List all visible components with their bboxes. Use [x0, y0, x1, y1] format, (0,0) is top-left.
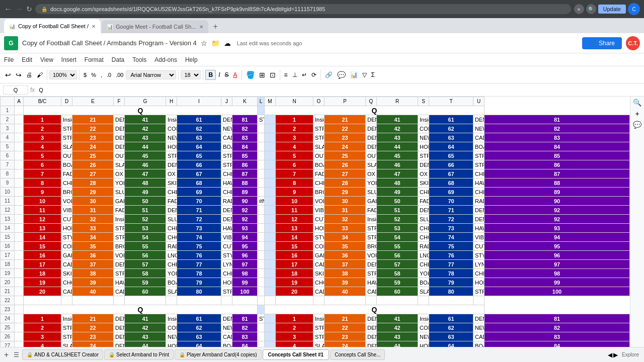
col-K[interactable]: K: [232, 97, 258, 106]
table-cell[interactable]: CADILLAC: [221, 332, 232, 341]
col-F[interactable]: F: [114, 97, 125, 106]
table-cell[interactable]: 72: [177, 215, 221, 224]
table-cell[interactable]: 74: [177, 233, 221, 242]
table-cell[interactable]: [265, 197, 276, 206]
table-cell[interactable]: 63: [177, 332, 221, 341]
table-cell[interactable]: DENALI 213: [114, 124, 125, 133]
col-D[interactable]: D: [61, 97, 72, 106]
table-cell[interactable]: [15, 278, 24, 287]
table-cell[interactable]: DENALI 231 JU: [366, 133, 377, 142]
table-cell[interactable]: [258, 242, 265, 251]
col-M[interactable]: M: [265, 97, 276, 106]
table-cell[interactable]: OX: [166, 169, 177, 178]
table-cell[interactable]: [258, 178, 265, 188]
table-cell[interactable]: 56: [377, 251, 418, 260]
table-cell[interactable]: [265, 151, 276, 160]
table-cell[interactable]: STRETCH (F): [61, 332, 72, 341]
col-A[interactable]: A: [15, 97, 24, 106]
undo-button[interactable]: ↩: [3, 70, 13, 80]
table-cell[interactable]: 44: [377, 142, 418, 151]
table-cell[interactable]: 84: [232, 142, 258, 151]
table-cell[interactable]: 4: [276, 341, 313, 347]
function-button[interactable]: Σ: [369, 70, 377, 79]
col-J[interactable]: J: [221, 97, 232, 106]
table-cell[interactable]: 2: [24, 124, 61, 133]
table-cell[interactable]: DENALI 231 JU: [114, 260, 125, 269]
table-cell[interactable]: [61, 296, 72, 305]
table-cell[interactable]: 29: [325, 188, 366, 197]
table-cell[interactable]: 53: [125, 224, 166, 233]
table-cell[interactable]: 14: [24, 233, 61, 242]
table-cell[interactable]: BOAT: [166, 278, 177, 287]
table-cell[interactable]: 68: [429, 178, 473, 188]
table-cell[interactable]: 92: [485, 215, 630, 224]
table-cell[interactable]: [276, 296, 313, 305]
table-cell[interactable]: DENALI 231 JU: [114, 133, 125, 142]
table-cell[interactable]: 97: [232, 260, 258, 269]
table-cell[interactable]: 30: [325, 197, 366, 206]
col-U[interactable]: U: [473, 97, 485, 106]
table-cell[interactable]: [473, 296, 485, 305]
table-cell[interactable]: GALAXY: [114, 197, 125, 206]
table-cell[interactable]: 92: [232, 206, 258, 215]
table-cell[interactable]: 68: [177, 178, 221, 188]
table-cell[interactable]: 28: [325, 178, 366, 188]
col-R[interactable]: R: [377, 97, 418, 106]
table-cell[interactable]: 22: [325, 323, 366, 332]
menu-addons[interactable]: Add-ons: [150, 55, 181, 65]
table-cell[interactable]: [258, 224, 265, 233]
table-cell[interactable]: CADILLAC: [313, 287, 325, 296]
table-cell[interactable]: 2: [276, 323, 313, 332]
table-cell[interactable]: [258, 332, 265, 341]
table-cell[interactable]: 20: [276, 287, 313, 296]
table-cell[interactable]: [265, 296, 276, 305]
table-cell[interactable]: 92: [485, 206, 630, 215]
table-cell[interactable]: 32: [72, 215, 114, 224]
table-cell[interactable]: 34: [72, 233, 114, 242]
table-cell[interactable]: 80: [177, 287, 221, 296]
table-cell[interactable]: 25: [72, 151, 114, 160]
table-cell[interactable]: STRIP: [473, 287, 485, 296]
table-cell[interactable]: 100: [232, 287, 258, 296]
col-O[interactable]: O: [313, 97, 325, 106]
table-cell[interactable]: YOKE: [418, 269, 429, 278]
table-cell[interactable]: Inside Zone: [166, 115, 177, 124]
table-cell[interactable]: DENALI 132 CO: [473, 314, 485, 323]
update-button[interactable]: Update: [598, 5, 626, 14]
table-cell[interactable]: DENALI 132 CO: [366, 142, 377, 151]
table-cell[interactable]: 12: [276, 215, 313, 224]
table-cell[interactable]: 85: [485, 151, 630, 160]
table-cell[interactable]: 47: [125, 169, 166, 178]
table-cell[interactable]: 63: [429, 133, 473, 142]
table-cell[interactable]: 2: [24, 323, 61, 332]
table-cell[interactable]: HONDA: [313, 224, 325, 233]
table-cell[interactable]: 41: [125, 115, 166, 124]
table-cell[interactable]: 21: [325, 115, 366, 124]
table-cell[interactable]: VIBE: [61, 206, 72, 215]
table-cell[interactable]: 76: [177, 251, 221, 260]
table-cell[interactable]: STRIP: [114, 269, 125, 278]
table-cell[interactable]: 75: [429, 242, 473, 251]
sidebar-plus[interactable]: +: [635, 110, 639, 118]
table-cell[interactable]: [258, 188, 265, 197]
table-cell[interactable]: [15, 151, 24, 160]
table-cell[interactable]: 92: [232, 215, 258, 224]
table-cell[interactable]: [313, 296, 325, 305]
table-cell[interactable]: 44: [125, 142, 166, 151]
table-cell[interactable]: [258, 151, 265, 160]
table-cell[interactable]: [15, 188, 24, 197]
print-button[interactable]: 🖨: [24, 70, 34, 79]
table-cell[interactable]: DENALI 213: [114, 323, 125, 332]
table-cell[interactable]: [15, 115, 24, 124]
table-cell[interactable]: 66: [177, 160, 221, 169]
table-cell[interactable]: [265, 269, 276, 278]
table-cell[interactable]: DENALI 132 CO: [221, 115, 232, 124]
table-cell[interactable]: DENALI 132 CO: [366, 341, 377, 347]
table-cell[interactable]: VIBE: [221, 233, 232, 242]
table-cell[interactable]: 93: [232, 224, 258, 233]
table-cell[interactable]: SLANT: [418, 287, 429, 296]
sheet-tab-5[interactable]: Concepts Call She...: [330, 349, 385, 360]
table-cell[interactable]: 45: [125, 151, 166, 160]
dec-inc-button[interactable]: .00: [114, 71, 125, 79]
menu-help[interactable]: Help: [181, 55, 202, 65]
